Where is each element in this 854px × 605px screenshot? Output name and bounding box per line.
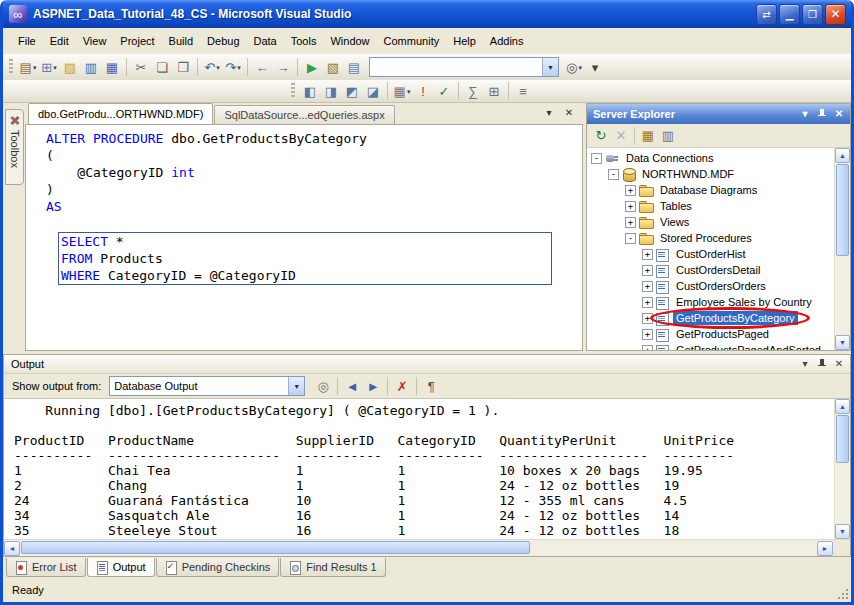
expand-icon[interactable]: + [625,217,636,228]
expand-icon[interactable]: + [642,249,653,260]
redo-button[interactable]: ↷▾ [223,57,243,77]
show-sql-pane-button[interactable]: ◩ [342,81,362,101]
tree-item-custorderhist[interactable]: +CustOrderHist [587,246,834,262]
tree-vertical-scrollbar[interactable]: ▲ ▼ [834,148,850,350]
tab-find-results-1[interactable]: Find Results 1 [280,558,385,577]
close-button[interactable]: ✕ [832,357,846,371]
collapse-icon[interactable]: - [608,169,619,180]
paste-button[interactable]: ❐ [173,57,193,77]
properties-window-button[interactable]: ▤ [344,57,364,77]
connect-to-server-button[interactable]: ▥ [658,126,678,146]
expand-icon[interactable]: + [642,297,653,308]
tree-item-label[interactable]: Data Connections [623,151,716,165]
menu-project[interactable]: Project [113,31,161,51]
expand-icon[interactable]: + [642,345,653,351]
start-debugging-button[interactable]: ▶ [302,57,322,77]
close-button[interactable]: ✕ [825,4,846,25]
open-file-button[interactable]: ▨ [60,57,80,77]
refresh-button[interactable]: ↻ [591,126,611,146]
save-all-button[interactable]: ▦ [102,57,122,77]
window-position-button[interactable]: ▾ [798,357,812,371]
toolbar-options-button[interactable]: ▾ [585,57,605,77]
expand-icon[interactable]: + [642,329,653,340]
tab-sqldatasource-edqueries-aspx[interactable]: SqlDataSource...edQueries.aspx [214,105,394,124]
menu-build[interactable]: Build [162,31,200,51]
tree-item-custordersdetail[interactable]: +CustOrdersDetail [587,262,834,278]
find-in-files-button[interactable]: ◎▾ [564,57,584,77]
menu-view[interactable]: View [76,31,114,51]
expand-icon[interactable]: + [642,281,653,292]
tree-item-northwnd-mdf[interactable]: -NORTHWND.MDF [587,166,834,182]
menu-file[interactable]: File [11,31,43,51]
scrollbar-track[interactable] [20,540,817,556]
stop-refresh-button[interactable]: ✕ [611,126,631,146]
find-message-button[interactable]: ◎ [313,376,333,396]
scroll-up-icon[interactable]: ▲ [835,399,850,414]
scrollbar-thumb[interactable] [836,164,849,256]
scroll-right-icon[interactable]: ► [817,541,833,556]
scroll-up-icon[interactable]: ▲ [835,148,850,163]
new-project-button[interactable]: ▤▾ [18,57,38,77]
menu-debug[interactable]: Debug [200,31,246,51]
solution-explorer-button[interactable]: ▧ [323,57,343,77]
scrollbar-track[interactable] [835,163,850,335]
menu-addins[interactable]: Addins [483,31,531,51]
output-text[interactable]: Running [dbo].[GetProductsByCategory] ( … [4,399,834,539]
show-results-pane-button[interactable]: ◪ [363,81,383,101]
tree-item-employee-sales-by-country[interactable]: +Employee Sales by Country [587,294,834,310]
tree-item-getproductspaged[interactable]: +GetProductsPaged [587,326,834,342]
show-criteria-pane-button[interactable]: ◨ [321,81,341,101]
tree-item-getproductsbycategory[interactable]: +GetProductsByCategory [587,310,834,326]
window-position-button[interactable]: ▾ [798,107,812,121]
output-source-combo[interactable]: Database Output ▼ [109,376,305,396]
navigate-forward-button[interactable]: → [273,57,293,77]
tree-item-label[interactable]: Views [657,215,692,229]
menu-tools[interactable]: Tools [284,31,324,51]
tab-pending-checkins[interactable]: Pending Checkins [156,558,280,577]
tree-item-custordersorders[interactable]: +CustOrdersOrders [587,278,834,294]
undo-button[interactable]: ↶▾ [202,57,222,77]
add-item-button[interactable]: ⊞▾ [39,57,59,77]
toolbar-grip[interactable] [9,59,13,75]
server-explorer-header[interactable]: Server Explorer ▾✕ [587,104,850,124]
verify-sql-button[interactable]: ✓ [434,81,454,101]
expand-icon[interactable]: + [625,201,636,212]
tree-item-label[interactable]: CustOrdersDetail [673,263,763,277]
word-wrap-button[interactable]: ¶ [421,376,441,396]
tab-output[interactable]: Output [87,558,155,577]
scroll-left-icon[interactable]: ◄ [4,541,20,556]
tree-item-views[interactable]: +Views [587,214,834,230]
tree-item-label[interactable]: CustOrdersOrders [673,279,769,293]
tree-item-label[interactable]: GetProductsPagedAndSorted [673,343,824,350]
collapse-icon[interactable]: - [591,153,602,164]
auto-hide-pin-button[interactable] [815,357,829,371]
copy-button[interactable]: ❏ [152,57,172,77]
scroll-down-icon[interactable]: ▼ [835,335,850,350]
tree-item-label[interactable]: CustOrderHist [673,247,749,261]
tree-item-label[interactable]: Database Diagrams [657,183,760,197]
tree-item-database-diagrams[interactable]: +Database Diagrams [587,182,834,198]
resize-grip-icon[interactable] [846,597,848,599]
add-group-by-button[interactable]: ∑ [463,81,483,101]
output-vertical-scrollbar[interactable]: ▲ ▼ [834,399,850,539]
tree-item-label[interactable]: NORTHWND.MDF [639,167,737,181]
scrollbar-thumb[interactable] [21,541,530,554]
menu-help[interactable]: Help [446,31,483,51]
tree-item-data-connections[interactable]: -Data Connections [587,150,834,166]
tree-item-label[interactable]: Employee Sales by Country [673,295,815,309]
tree-item-label[interactable]: Stored Procedures [657,231,755,245]
show-diagram-pane-button[interactable]: ◧ [300,81,320,101]
combo-dropdown-icon[interactable]: ▼ [288,377,304,395]
toolbar-combo[interactable]: ▼ [369,57,559,77]
menu-window[interactable]: Window [323,31,376,51]
sql-editor[interactable]: ALTER PROCEDURE dbo.GetProductsByCategor… [25,124,583,351]
scrollbar-track[interactable] [835,414,850,524]
add-table-button[interactable]: ⊞ [484,81,504,101]
combo-dropdown-icon[interactable]: ▼ [542,58,558,76]
connect-to-database-button[interactable]: ▦ [638,126,658,146]
clear-all-button[interactable]: ✗ [392,376,412,396]
active-files-dropdown-icon[interactable]: ▾ [542,106,556,120]
change-type-button[interactable]: ▦▾ [392,81,412,101]
properties-button[interactable]: ≡ [513,81,533,101]
scroll-down-icon[interactable]: ▼ [835,524,850,539]
